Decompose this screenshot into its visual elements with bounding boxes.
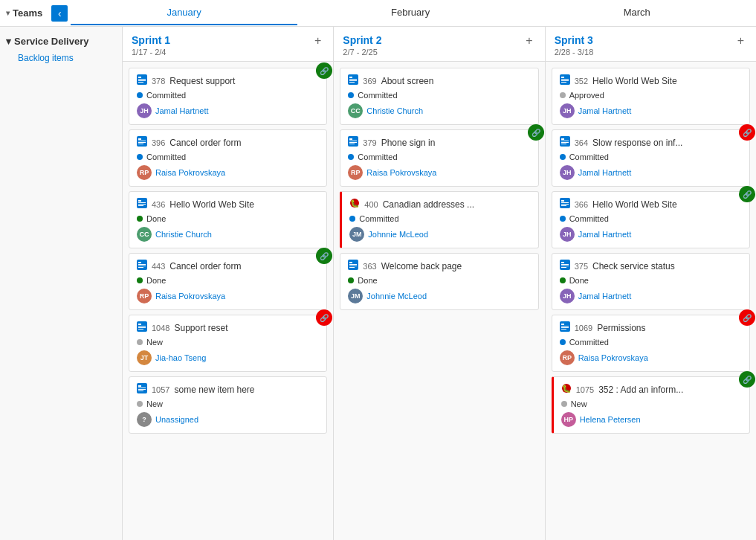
card-id-1069: 1069: [575, 324, 592, 332]
svg-rect-49: [561, 79, 569, 80]
card-443[interactable]: 🔗443Cancel order formDoneRPRaisa Pokrovs…: [129, 253, 327, 310]
tab-january[interactable]: January: [71, 1, 297, 25]
sprint-add-button-sprint1[interactable]: +: [311, 34, 324, 48]
content-area: Sprint 11/17 - 2/4+🔗378Request supportCo…: [123, 27, 756, 540]
sprint-title-sprint3[interactable]: Sprint 3: [555, 34, 594, 46]
svg-rect-37: [349, 141, 357, 141]
tab-february[interactable]: February: [297, 1, 524, 25]
card-396[interactable]: 396Cancel order formCommittedRPRaisa Pok…: [129, 129, 327, 187]
svg-rect-53: [561, 138, 564, 140]
sprint-header-sprint3: Sprint 32/28 - 3/18+: [546, 27, 756, 62]
svg-rect-71: [561, 329, 566, 330]
svg-rect-2: [138, 79, 146, 80]
teams-expand[interactable]: ▾ Teams: [6, 7, 42, 19]
svg-rect-45: [349, 266, 357, 266]
status-dot-364: [560, 154, 566, 160]
sprint-title-sprint2[interactable]: Sprint 2: [343, 34, 381, 46]
svg-rect-66: [561, 267, 566, 268]
card-header-396: 396Cancel order form: [137, 136, 319, 149]
card-link-badge-379[interactable]: 🔗: [528, 124, 544, 141]
tab-march[interactable]: March: [523, 1, 750, 25]
card-link-badge-1075[interactable]: 🔗: [739, 371, 755, 388]
card-title-400: Canadian addresses ...: [383, 199, 531, 210]
bug-icon: 🐛: [561, 383, 572, 396]
card-link-badge-364[interactable]: 🔗: [739, 124, 755, 141]
card-title-436: Hello World Web Site: [169, 199, 319, 210]
card-id-1048: 1048: [152, 324, 169, 332]
card-link-badge-1048[interactable]: 🔗: [316, 309, 332, 326]
card-1069[interactable]: 🔗1069PermissionsCommittedRPRaisa Pokrovs…: [552, 315, 750, 372]
svg-rect-63: [561, 262, 564, 263]
card-assignee-366: JHJamal Hartnett: [560, 227, 742, 242]
avatar-436: CC: [137, 227, 152, 242]
svg-rect-21: [138, 324, 141, 325]
card-id-375: 375: [575, 262, 588, 271]
card-link-badge-1069[interactable]: 🔗: [739, 309, 755, 326]
card-link-badge-378[interactable]: 🔗: [316, 62, 332, 79]
card-379[interactable]: 🔗379Phone sign inCommittedRPRaisa Pokrov…: [340, 129, 538, 187]
card-1048[interactable]: 🔗1048Support resetNewJTJia-hao Tseng: [129, 315, 327, 372]
svg-rect-28: [138, 389, 146, 390]
card-363[interactable]: 363Welcome back pageDoneJMJohnnie McLeod: [340, 253, 538, 310]
card-status-363: Done: [348, 276, 530, 285]
svg-rect-22: [138, 326, 146, 327]
svg-rect-59: [561, 202, 569, 203]
svg-rect-26: [138, 385, 141, 387]
svg-rect-44: [349, 264, 357, 265]
svg-rect-7: [138, 141, 146, 141]
svg-rect-29: [138, 390, 143, 391]
card-title-379: Phone sign in: [381, 138, 531, 148]
teams-label: Teams: [13, 7, 42, 19]
sprint-header-sprint2: Sprint 22/7 - 2/25+: [334, 27, 544, 62]
card-title-352: Hello World Web Site: [592, 76, 742, 86]
card-link-badge-366[interactable]: 🔗: [739, 186, 755, 202]
card-369[interactable]: 369About screenCommittedCCChristie Churc…: [340, 68, 538, 125]
card-header-369: 369About screen: [348, 74, 530, 87]
svg-rect-1: [138, 77, 141, 78]
story-icon: [137, 321, 147, 334]
card-352[interactable]: 352Hello World Web SiteApprovedJHJamal H…: [552, 68, 750, 125]
card-1057[interactable]: 1057some new item hereNew?Unassigned: [129, 376, 327, 434]
card-status-1069: Committed: [560, 338, 742, 347]
svg-rect-51: [561, 82, 566, 83]
sprint-add-button-sprint2[interactable]: +: [523, 34, 535, 48]
card-400[interactable]: 🐛400Canadian addresses ...CommittedJMJoh…: [340, 191, 538, 248]
card-436[interactable]: 436Hello World Web SiteDoneCCChristie Ch…: [129, 191, 327, 248]
assignee-name-400: Johnnie McLeod: [368, 230, 428, 239]
card-assignee-369: CCChristie Church: [348, 103, 530, 118]
sidebar-item-backlog[interactable]: Backlog items: [0, 50, 122, 66]
status-text-379: Committed: [358, 152, 397, 161]
svg-rect-23: [138, 327, 146, 328]
svg-text:🐛: 🐛: [562, 384, 572, 393]
avatar-379: RP: [348, 165, 363, 180]
card-378[interactable]: 🔗378Request supportCommittedJHJamal Hart…: [129, 68, 327, 125]
card-title-1048: Support reset: [174, 323, 319, 333]
card-364[interactable]: 🔗364Slow response on inf...CommittedJHJa…: [552, 129, 750, 187]
svg-rect-48: [561, 77, 564, 78]
svg-rect-8: [138, 142, 146, 143]
card-1075[interactable]: 🔗🐛1075352 : Add an inform...NewHPHelena …: [552, 376, 750, 434]
status-dot-1057: [137, 401, 143, 407]
svg-rect-68: [561, 324, 564, 325]
status-dot-375: [560, 277, 566, 283]
sidebar-section-label: Service Delivery: [14, 36, 88, 47]
card-id-1075: 1075: [576, 385, 594, 394]
card-375[interactable]: 375Check service statusDoneJHJamal Hartn…: [552, 253, 750, 310]
nav-back-button[interactable]: ‹: [51, 5, 68, 22]
sprint-title-sprint1[interactable]: Sprint 1: [132, 34, 170, 46]
card-id-1057: 1057: [152, 385, 169, 394]
assignee-name-378: Jamal Hartnett: [155, 106, 209, 115]
assignee-name-352: Jamal Hartnett: [578, 106, 632, 115]
assignee-name-396: Raisa Pokrovskaya: [155, 168, 225, 177]
card-header-1069: 1069Permissions: [560, 321, 742, 334]
card-link-badge-443[interactable]: 🔗: [316, 248, 332, 264]
sidebar-section-header[interactable]: ▾ Service Delivery: [0, 33, 122, 50]
story-icon: [560, 321, 570, 334]
card-id-378: 378: [152, 77, 165, 86]
card-title-396: Cancel order form: [169, 138, 319, 148]
card-366[interactable]: 🔗366Hello World Web SiteCommittedJHJamal…: [552, 191, 750, 248]
status-dot-352: [560, 92, 566, 98]
status-dot-379: [348, 154, 354, 160]
sidebar: ▾ Service Delivery Backlog items: [0, 27, 123, 540]
sprint-add-button-sprint3[interactable]: +: [734, 34, 747, 48]
